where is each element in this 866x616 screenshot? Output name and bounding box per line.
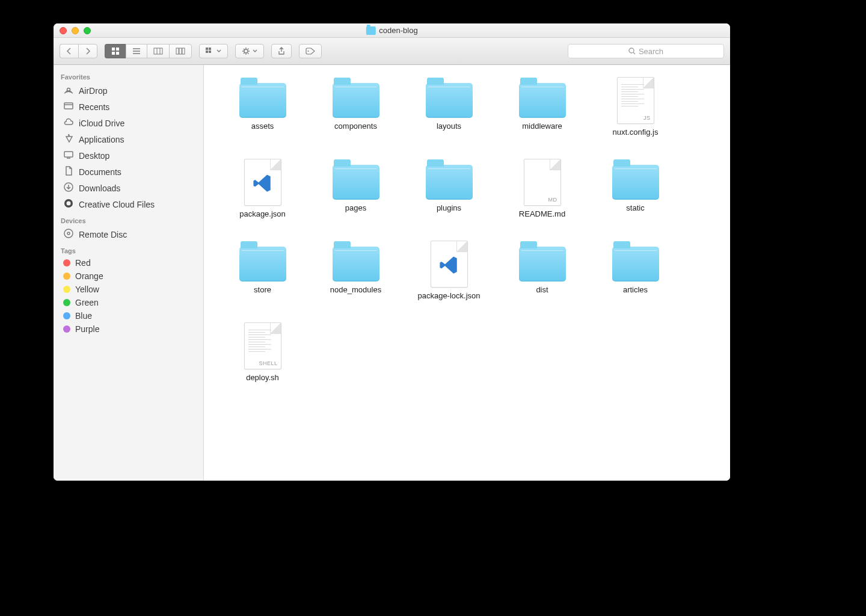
sidebar-item-red[interactable]: Red (54, 256, 203, 270)
view-columns-button[interactable] (147, 44, 169, 58)
sidebar-item-remote-disc[interactable]: Remote Disc (54, 226, 203, 242)
sidebar-item-label: Green (75, 298, 99, 307)
file-item[interactable]: SHELLdeploy.sh (216, 318, 309, 396)
share-button[interactable] (271, 44, 292, 58)
sidebar-item-orange[interactable]: Orange (54, 270, 203, 283)
sidebar-item-airdrop[interactable]: AirDrop (54, 82, 203, 99)
file-label: plugins (437, 203, 461, 213)
sidebar-item-label: Purple (75, 324, 99, 334)
tags-button[interactable] (299, 44, 322, 58)
view-icons-button[interactable] (105, 44, 126, 58)
svg-point-12 (244, 49, 248, 53)
file-item[interactable]: layouts (402, 72, 496, 150)
action-button[interactable] (235, 44, 264, 58)
file-item[interactable]: components (309, 72, 402, 150)
svg-rect-3 (116, 52, 119, 55)
zoom-button[interactable] (84, 27, 91, 34)
file-item[interactable]: package-lock.json (402, 236, 496, 314)
titlebar: coden-blog (54, 23, 730, 38)
folder-icon (366, 26, 375, 35)
file-item[interactable]: articles (589, 236, 682, 314)
file-label: layouts (437, 122, 461, 131)
tag-dot-icon (63, 273, 70, 280)
tag-dot-icon (63, 312, 70, 319)
sidebar-item-label: Downloads (79, 183, 120, 193)
file-badge: JS (643, 115, 651, 121)
vscode-icon (439, 255, 459, 276)
search-icon (628, 48, 636, 55)
sidebar-item-icloud-drive[interactable]: iCloud Drive (54, 115, 203, 131)
sidebar: FavoritesAirDropRecentsiCloud DriveAppli… (54, 65, 204, 481)
applications-icon (63, 133, 74, 146)
sidebar-item-desktop[interactable]: Desktop (54, 147, 203, 164)
svg-point-20 (67, 202, 71, 206)
arrange-button[interactable] (199, 44, 228, 58)
forward-button[interactable] (78, 44, 97, 58)
svg-rect-16 (64, 103, 73, 109)
file-badge: MD (548, 197, 557, 203)
chevron-down-icon (253, 49, 257, 53)
tag-dot-icon (63, 286, 70, 293)
sidebar-item-blue[interactable]: Blue (54, 309, 203, 322)
gear-icon (242, 47, 250, 55)
close-button[interactable] (60, 27, 67, 34)
svg-rect-9 (209, 48, 211, 50)
folder-icon (426, 165, 473, 200)
sidebar-item-applications[interactable]: Applications (54, 131, 203, 147)
airdrop-icon (63, 84, 74, 97)
sidebar-group-title: Favorites (54, 69, 203, 82)
document-icon: MD (524, 159, 561, 206)
folder-icon (612, 247, 659, 282)
back-button[interactable] (60, 44, 78, 58)
svg-rect-6 (179, 48, 182, 54)
file-item[interactable]: static (589, 154, 682, 232)
file-item[interactable]: dist (496, 236, 589, 314)
file-label: pages (345, 203, 366, 213)
file-label: store (254, 285, 271, 295)
file-item[interactable]: pages (309, 154, 402, 232)
document-icon: SHELL (244, 322, 281, 369)
vscode-icon (253, 173, 273, 194)
file-label: package-lock.json (417, 291, 480, 301)
file-item[interactable]: JSnuxt.config.js (589, 72, 682, 150)
sidebar-item-purple[interactable]: Purple (54, 322, 203, 336)
folder-icon (333, 247, 379, 282)
toolbar: Search (54, 38, 730, 65)
file-item[interactable]: middleware (496, 72, 589, 150)
file-label: README.md (519, 209, 565, 219)
sidebar-item-label: Applications (79, 135, 124, 144)
view-list-button[interactable] (126, 44, 147, 58)
file-label: nuxt.config.js (613, 128, 659, 137)
disc-icon (63, 228, 74, 241)
sidebar-item-label: Yellow (75, 285, 99, 294)
file-label: dist (536, 285, 548, 295)
chevron-left-icon (66, 48, 72, 55)
file-item[interactable]: MDREADME.md (496, 154, 589, 232)
tag-dot-icon (63, 325, 70, 333)
minimize-button[interactable] (72, 27, 79, 34)
document-icon (431, 241, 468, 288)
file-item[interactable]: store (216, 236, 309, 314)
svg-rect-17 (64, 152, 73, 157)
file-item[interactable]: package.json (216, 154, 309, 232)
sidebar-item-creative-cloud-files[interactable]: Creative Cloud Files (54, 196, 203, 212)
file-item[interactable]: assets (216, 72, 309, 150)
sidebar-item-green[interactable]: Green (54, 296, 203, 309)
svg-rect-8 (206, 48, 208, 50)
file-item[interactable]: plugins (402, 154, 496, 232)
sidebar-item-label: Red (75, 258, 91, 268)
svg-rect-0 (112, 48, 115, 51)
sidebar-item-downloads[interactable]: Downloads (54, 180, 203, 196)
sidebar-item-documents[interactable]: Documents (54, 164, 203, 180)
sidebar-group-title: Devices (54, 212, 203, 226)
sidebar-item-recents[interactable]: Recents (54, 99, 203, 115)
search-field[interactable]: Search (568, 44, 724, 58)
file-item[interactable]: node_modules (309, 236, 402, 314)
view-gallery-button[interactable] (169, 44, 192, 58)
sidebar-item-yellow[interactable]: Yellow (54, 283, 203, 296)
folder-icon (239, 247, 286, 282)
svg-rect-5 (176, 48, 179, 54)
file-badge: SHELL (259, 360, 277, 366)
file-label: static (626, 203, 644, 213)
sidebar-item-label: Documents (79, 167, 121, 177)
